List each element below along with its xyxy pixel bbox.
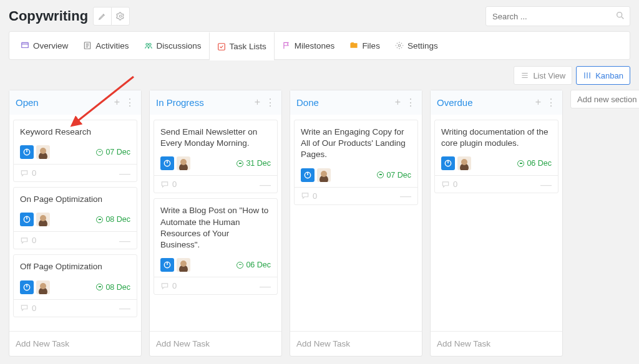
collapse-button[interactable]: — [540, 181, 552, 188]
avatar[interactable] [177, 258, 190, 272]
comment-icon [160, 180, 169, 189]
add-card-button[interactable]: + [535, 97, 541, 108]
card-title: Writing documentation of the core plugin… [435, 120, 558, 154]
task-card[interactable]: Write a Blog Post on "How to Automate th… [154, 198, 278, 295]
avatar[interactable] [36, 280, 50, 294]
column-menu-button[interactable]: ⋮ [546, 97, 556, 108]
assignees [301, 168, 331, 182]
comment-count[interactable]: 0 [160, 180, 177, 189]
column-header: Done + ⋮ [290, 90, 422, 115]
comment-count[interactable]: 0 [20, 304, 36, 313]
column-title[interactable]: Overdue [437, 97, 473, 108]
column-menu-button[interactable]: ⋮ [406, 97, 416, 108]
comment-count[interactable]: 0 [301, 191, 317, 201]
collapse-button[interactable]: — [400, 193, 411, 199]
comment-icon [20, 236, 29, 245]
card-footer: 0 — [295, 187, 417, 204]
card-meta: 06 Dec [154, 256, 277, 277]
tab-activities[interactable]: Activities [76, 32, 136, 59]
assignees [441, 156, 471, 170]
task-card[interactable]: Writing documentation of the core plugin… [434, 120, 559, 193]
due-date: 06 Dec [237, 261, 271, 269]
kanban-board: Open + ⋮ Keyword Research 07 Dec 0 — [9, 90, 630, 357]
card-footer: 0 — [154, 277, 277, 294]
avatar[interactable] [160, 258, 174, 272]
svg-point-4 [145, 44, 148, 46]
view-label: Kanban [595, 71, 623, 80]
avatar[interactable] [36, 145, 50, 159]
add-task-input[interactable]: Add New Task [9, 331, 141, 356]
tab-files[interactable]: Files [342, 32, 388, 59]
column-menu-button[interactable]: ⋮ [125, 97, 135, 108]
svg-point-7 [398, 44, 401, 47]
collapse-button[interactable]: — [119, 237, 130, 244]
collapse-button[interactable]: — [119, 305, 130, 311]
collapse-button[interactable]: — [119, 170, 130, 176]
tab-settings[interactable]: Settings [388, 32, 446, 59]
add-task-input[interactable]: Add New Task [290, 331, 422, 356]
add-card-button[interactable]: + [255, 97, 260, 108]
search-icon [615, 11, 625, 21]
comment-count[interactable]: 0 [20, 168, 36, 178]
column-menu-button[interactable]: ⋮ [265, 97, 275, 108]
add-section-input[interactable] [570, 90, 639, 108]
card-meta: 08 Dec [14, 278, 137, 299]
column: Done + ⋮ Write an Engaging Copy for All … [290, 90, 422, 357]
task-card[interactable]: Keyword Research 07 Dec 0 — [13, 120, 137, 182]
avatar[interactable] [317, 168, 331, 182]
view-kanban[interactable]: Kanban [576, 66, 630, 85]
column-title[interactable]: In Progress [156, 97, 204, 108]
add-task-input[interactable]: Add New Task [150, 331, 281, 356]
task-card[interactable]: Send Email Newsletter on Every Monday Mo… [154, 120, 278, 193]
add-card-button[interactable]: + [395, 97, 401, 108]
add-task-input[interactable]: Add New Task [431, 331, 562, 356]
tab-overview[interactable]: Overview [13, 32, 76, 59]
assignees [160, 258, 190, 272]
avatar[interactable] [20, 213, 34, 226]
avatar[interactable] [177, 156, 190, 170]
column-title[interactable]: Done [296, 97, 319, 108]
search-input[interactable] [485, 6, 630, 26]
activities-icon [83, 41, 92, 50]
avatar[interactable] [36, 213, 50, 226]
task-card[interactable]: On Page Optimization 08 Dec 0 — [13, 187, 137, 249]
settings-button[interactable] [111, 7, 130, 26]
avatar[interactable] [301, 168, 315, 182]
assignees [20, 213, 50, 226]
view-list[interactable]: List View [514, 66, 572, 85]
avatar[interactable] [160, 156, 174, 170]
avatar[interactable] [441, 156, 455, 170]
clock-icon [96, 284, 103, 290]
comment-count[interactable]: 0 [20, 236, 36, 245]
clock-icon [237, 262, 243, 269]
column-header: Overdue + ⋮ [431, 90, 562, 115]
collapse-button[interactable]: — [260, 283, 271, 289]
avatar[interactable] [20, 280, 34, 294]
avatar[interactable] [20, 145, 34, 159]
due-date: 31 Dec [237, 159, 271, 168]
add-card-button[interactable]: + [114, 97, 120, 108]
list-icon [520, 71, 529, 80]
milestones-icon [282, 41, 291, 50]
files-icon [349, 41, 358, 50]
tab-label: Discussions [157, 41, 202, 50]
comment-count[interactable]: 0 [441, 180, 457, 189]
avatar[interactable] [457, 156, 471, 170]
edit-button[interactable] [93, 7, 112, 26]
comment-count[interactable]: 0 [160, 281, 177, 290]
clock-icon [517, 160, 524, 167]
collapse-button[interactable]: — [260, 181, 271, 188]
tab-label: Settings [407, 41, 438, 50]
due-date: 07 Dec [377, 171, 411, 180]
card-footer: 0 — [14, 299, 137, 317]
column-title[interactable]: Open [16, 97, 39, 108]
tab-milestones[interactable]: Milestones [275, 32, 343, 59]
settings-icon [395, 41, 404, 50]
task-card[interactable]: Write an Engaging Copy for All of Our Pr… [294, 120, 418, 205]
tab-discussions[interactable]: Discussions [137, 32, 209, 59]
svg-rect-2 [22, 42, 29, 47]
tab-task-lists[interactable]: Task Lists [209, 32, 275, 60]
task-card[interactable]: Off Page Optimization 08 Dec 0 — [13, 254, 137, 317]
card-footer: 0 — [14, 231, 137, 249]
due-date: 08 Dec [96, 283, 130, 292]
